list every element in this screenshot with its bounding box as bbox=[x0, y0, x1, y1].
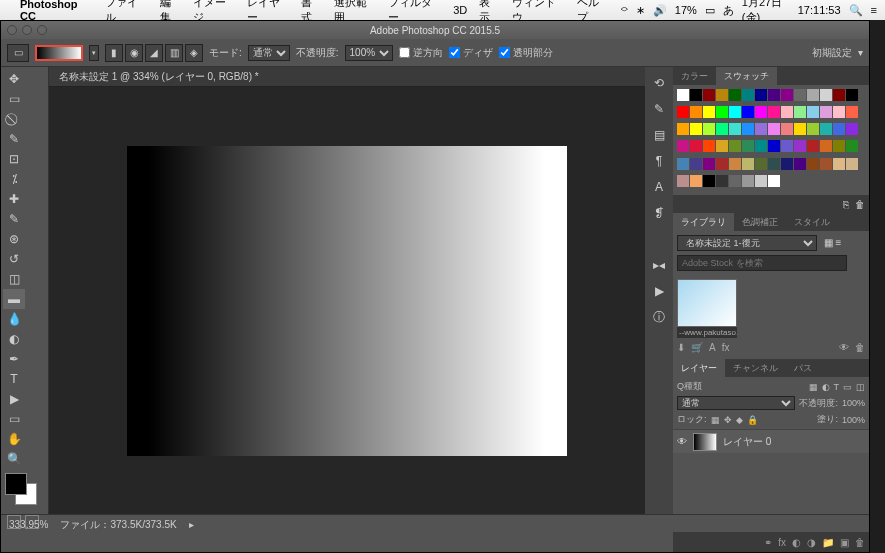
shape-tool[interactable]: ▭ bbox=[3, 409, 25, 429]
swatch[interactable] bbox=[755, 89, 767, 101]
app-name[interactable]: Photoshop CC bbox=[20, 0, 93, 22]
fill-value[interactable]: 100% bbox=[842, 415, 865, 425]
trash-icon[interactable]: 🗑 bbox=[855, 342, 865, 353]
actions-icon[interactable]: ▸◂ bbox=[649, 255, 669, 275]
swatch[interactable] bbox=[781, 158, 793, 170]
hand-tool[interactable]: ✋ bbox=[3, 429, 25, 449]
swatch[interactable] bbox=[677, 106, 689, 118]
swatch[interactable] bbox=[768, 89, 780, 101]
blend-mode-select[interactable]: 通常 bbox=[248, 45, 290, 61]
swatch[interactable] bbox=[729, 175, 741, 187]
download-icon[interactable]: ⬇ bbox=[677, 342, 685, 353]
transparency-checkbox[interactable] bbox=[499, 47, 510, 58]
volume-icon[interactable]: 🔊 bbox=[653, 4, 667, 17]
swatch[interactable] bbox=[716, 140, 728, 152]
swatch[interactable] bbox=[768, 123, 780, 135]
filter-shape-icon[interactable]: ▭ bbox=[843, 382, 852, 392]
swatch[interactable] bbox=[742, 140, 754, 152]
color-swatches[interactable] bbox=[3, 473, 43, 509]
swatch[interactable] bbox=[807, 106, 819, 118]
lasso-tool[interactable]: ⃠ bbox=[3, 109, 25, 129]
swatch[interactable] bbox=[729, 106, 741, 118]
trash-icon[interactable]: 🗑 bbox=[855, 199, 865, 210]
channels-tab[interactable]: チャンネル bbox=[725, 359, 786, 377]
swatch[interactable] bbox=[846, 89, 858, 101]
mask-icon[interactable]: ◐ bbox=[792, 537, 801, 548]
battery-icon[interactable]: ▭ bbox=[705, 4, 715, 17]
gradient-angle-icon[interactable]: ◢ bbox=[145, 44, 163, 62]
brush-presets-icon[interactable]: ▤ bbox=[649, 125, 669, 145]
cart-icon[interactable]: 🛒 bbox=[691, 342, 703, 353]
menu-3d[interactable]: 3D bbox=[453, 4, 467, 16]
swatch[interactable] bbox=[690, 123, 702, 135]
swatch[interactable] bbox=[807, 158, 819, 170]
swatch[interactable] bbox=[729, 158, 741, 170]
swatch[interactable] bbox=[781, 89, 793, 101]
group-icon[interactable]: 📁 bbox=[822, 537, 834, 548]
glyphs-icon[interactable]: ❡ bbox=[649, 203, 669, 223]
swatch[interactable] bbox=[833, 140, 845, 152]
zoom-tool[interactable]: 🔍 bbox=[3, 449, 25, 469]
swatch[interactable] bbox=[703, 123, 715, 135]
swatch[interactable] bbox=[833, 89, 845, 101]
minimize-button[interactable] bbox=[22, 25, 32, 35]
swatch[interactable] bbox=[846, 158, 858, 170]
swatch[interactable] bbox=[833, 106, 845, 118]
swatch[interactable] bbox=[703, 175, 715, 187]
preset-label[interactable]: 初期設定 bbox=[812, 46, 852, 60]
fx-icon[interactable]: fx bbox=[722, 342, 730, 353]
filter-pixel-icon[interactable]: ▦ bbox=[809, 382, 818, 392]
swatch[interactable] bbox=[781, 106, 793, 118]
brush-panel-icon[interactable]: ✎ bbox=[649, 99, 669, 119]
swatch[interactable] bbox=[742, 175, 754, 187]
close-button[interactable] bbox=[7, 25, 17, 35]
gradient-dropdown[interactable]: ▾ bbox=[89, 45, 99, 61]
adjustment-icon[interactable]: ◑ bbox=[807, 537, 816, 548]
swatch[interactable] bbox=[742, 123, 754, 135]
gradient-diamond-icon[interactable]: ◈ bbox=[185, 44, 203, 62]
zoom-button[interactable] bbox=[37, 25, 47, 35]
library-select[interactable]: 名称未設定 1-復元 bbox=[677, 235, 817, 251]
swatch[interactable] bbox=[820, 106, 832, 118]
swatch[interactable] bbox=[794, 140, 806, 152]
type-tool[interactable]: T bbox=[3, 369, 25, 389]
swatch[interactable] bbox=[781, 123, 793, 135]
swatch[interactable] bbox=[794, 123, 806, 135]
gradient-radial-icon[interactable]: ◉ bbox=[125, 44, 143, 62]
quick-select-tool[interactable]: ✎ bbox=[3, 129, 25, 149]
layer-blend-select[interactable]: 通常 bbox=[677, 396, 795, 410]
swatch[interactable] bbox=[846, 123, 858, 135]
swatch[interactable] bbox=[820, 89, 832, 101]
swatch[interactable] bbox=[820, 158, 832, 170]
swatch[interactable] bbox=[794, 106, 806, 118]
swatch[interactable] bbox=[781, 140, 793, 152]
gradient-linear-icon[interactable]: ▮ bbox=[105, 44, 123, 62]
swatch[interactable] bbox=[677, 175, 689, 187]
paths-tab[interactable]: パス bbox=[786, 359, 820, 377]
layer-thumbnail[interactable] bbox=[693, 433, 717, 451]
swatch[interactable] bbox=[716, 158, 728, 170]
wifi-icon[interactable]: ⌔ bbox=[621, 4, 628, 16]
swatch[interactable] bbox=[690, 106, 702, 118]
swatch[interactable] bbox=[807, 89, 819, 101]
swatch[interactable] bbox=[716, 123, 728, 135]
swatch[interactable] bbox=[742, 158, 754, 170]
swatch[interactable] bbox=[690, 89, 702, 101]
swatch[interactable] bbox=[703, 106, 715, 118]
notification-icon[interactable]: ≡ bbox=[871, 4, 877, 16]
filter-type-icon[interactable]: T bbox=[834, 382, 840, 392]
swatch[interactable] bbox=[807, 123, 819, 135]
eye-icon[interactable]: 👁 bbox=[839, 342, 849, 353]
swatch[interactable] bbox=[768, 140, 780, 152]
color-tab[interactable]: カラー bbox=[673, 67, 716, 85]
swatch[interactable] bbox=[846, 140, 858, 152]
lock-all-icon[interactable]: ▦ bbox=[711, 415, 720, 425]
pen-tool[interactable]: ✒ bbox=[3, 349, 25, 369]
swatch[interactable] bbox=[677, 158, 689, 170]
dither-checkbox[interactable] bbox=[449, 47, 460, 58]
path-select-tool[interactable]: ▶ bbox=[3, 389, 25, 409]
swatch[interactable] bbox=[755, 140, 767, 152]
swatch[interactable] bbox=[755, 158, 767, 170]
stock-search-input[interactable] bbox=[677, 255, 847, 271]
gradient-tool[interactable]: ▬ bbox=[3, 289, 25, 309]
